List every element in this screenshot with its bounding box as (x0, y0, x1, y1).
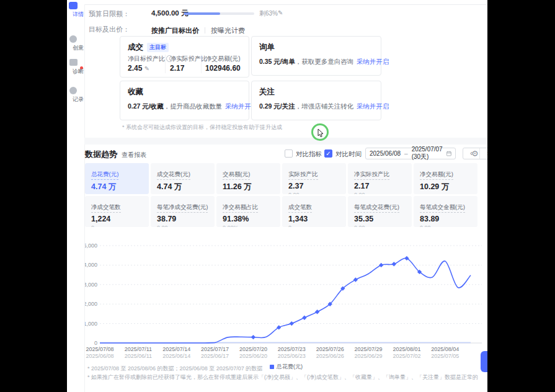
metric-card[interactable]: 成交花费(元)4.74 万0.00 (151, 163, 215, 194)
column-divider (201, 55, 202, 73)
budget-progress-bar (184, 12, 254, 15)
date-separator: – (404, 150, 408, 157)
metric-card[interactable]: 每笔成交金额(元)83.890.00 (414, 196, 477, 227)
svg-text:2025/07/11: 2025/07/11 (125, 346, 152, 352)
compare-metric-label: 对比指标 (296, 150, 322, 159)
metric-card[interactable]: 交易额(元)11.26 万0.00 (216, 163, 280, 194)
budget-amount: 4,500.00 元 (151, 9, 188, 18)
svg-text:2025/06/20: 2025/06/20 (239, 353, 267, 359)
column-divider (165, 55, 166, 73)
svg-text:1,000: 1,000 (85, 321, 97, 327)
legend-label: 总花费(元) (277, 363, 303, 370)
compare-time-checkbox[interactable]: ✓ (324, 149, 332, 158)
date-range-picker[interactable]: 2025/06/08 – 2025/07/07 (30天) (365, 148, 456, 159)
gear-icon[interactable]: ⚙ (471, 149, 479, 158)
goal-desc: ，提升商品收藏数量 (164, 102, 223, 110)
svg-text:0: 0 (94, 340, 97, 346)
svg-text:2025/07/02: 2025/07/02 (393, 353, 420, 359)
metric-card[interactable]: 每笔净成交花费(元)38.790.00 (151, 196, 215, 227)
svg-text:2,000: 2,000 (85, 301, 97, 307)
goal-note: * 系统会尽可能达成你设置的目标，保持稳定投放有助于提升达成 (122, 123, 282, 131)
svg-text:2025/06/11: 2025/06/11 (125, 353, 152, 359)
svg-text:2025/07/08: 2025/07/08 (86, 346, 113, 352)
sidebar-item-label: 创意 (73, 44, 84, 51)
sidebar-item-label: 诊断 (73, 68, 84, 75)
blue-square-icon (69, 2, 78, 9)
edit-budget-icon[interactable]: ✎ (278, 9, 283, 16)
metric-card[interactable]: 净实际投产比2.170.00 (348, 163, 412, 194)
sidebar-item-creative[interactable]: 创意 (67, 35, 84, 53)
primary-goal-badge: 主目标 (147, 43, 169, 52)
svg-text:2025/06/26: 2025/06/26 (316, 353, 344, 359)
goal-desc: ，增强店铺关注转化 (295, 102, 354, 110)
sidebar-item-label: 记录 (73, 96, 84, 103)
metric-card[interactable]: 净成交笔数1,2240 (85, 196, 149, 227)
adopt-enable-link[interactable]: 采纳并开启 (357, 58, 389, 65)
sidebar-item-detail[interactable]: 详情 (67, 2, 84, 19)
svg-text:4,000: 4,000 (85, 262, 97, 268)
metric-card[interactable]: 成交笔数1,3430 (282, 196, 346, 227)
svg-text:2025/07/17: 2025/07/17 (201, 346, 229, 352)
bid-by-goal-option[interactable]: 按推广目标出价 (151, 27, 199, 34)
svg-text:3,000: 3,000 (85, 282, 97, 288)
goal-card-follow: 关注 0.29 元/关注，增强店铺关注转化 采纳并开启 (251, 81, 381, 120)
metric-card[interactable]: 实际投产比2.370.00 (282, 163, 346, 194)
floating-action-pill[interactable] (481, 351, 487, 372)
main-panel: 详情 创意 诊断 记录 预算日限额： 4,500.00 元 剩63% ✎ 目标及… (67, 0, 487, 392)
svg-text:2025/07/23: 2025/07/23 (278, 346, 306, 352)
metric-card[interactable]: 每笔成交花费(元)35.350.00 (348, 196, 412, 227)
svg-text:2025/08/04: 2025/08/04 (431, 346, 459, 352)
date-end: 2025/07/07 (30天) (412, 146, 447, 161)
metric-card[interactable]: 净交易额(元)10.29 万0.00 (414, 163, 477, 194)
metric-grid: 总花费(元)4.74 万0.00 成交花费(元)4.74 万0.00 交易额(元… (85, 163, 477, 227)
svg-text:2025/06/17: 2025/06/17 (201, 353, 229, 359)
bid-by-exposure-option[interactable]: 按曝光计费 (211, 27, 245, 34)
screen: 详情 创意 诊断 记录 预算日限额： 4,500.00 元 剩63% ✎ 目标及… (0, 0, 555, 392)
footnote-periods: * 2025/07/08 至 2025/08/06 的数据；2025/06/08… (87, 365, 262, 373)
svg-text:2025/07/26: 2025/07/26 (316, 346, 344, 352)
svg-text:2025/07/05: 2025/07/05 (431, 353, 459, 359)
view-report-link[interactable]: 查看报表 (122, 151, 146, 159)
top-divider (84, 4, 487, 5)
svg-text:2025/07/14: 2025/07/14 (162, 346, 190, 352)
metric-col-label: 净交易额(元) (205, 55, 241, 63)
mouse-cursor-icon (317, 129, 325, 138)
metric-col-label: 净目标投产比 (128, 55, 165, 62)
bulb-icon (69, 35, 77, 43)
goal-price: 0.27 元/收藏 (128, 102, 164, 110)
trend-line-chart[interactable]: 01,0002,0003,0004,0005,0002025/07/082025… (85, 242, 487, 362)
svg-text:2025/08/01: 2025/08/01 (393, 346, 420, 352)
goal-card-favorite: 收藏 0.27 元/收藏，提升商品收藏数量 采纳并开启 (120, 81, 249, 120)
metric-card[interactable]: 净交易额占比91.38%0.00% (216, 196, 280, 227)
goal-card-title: 询单 (259, 42, 275, 53)
metric-card-total-cost[interactable]: 总花费(元)4.74 万0.00 (85, 163, 149, 194)
budget-label: 预算日限额： (89, 9, 130, 19)
svg-text:2025/06/14: 2025/06/14 (162, 353, 190, 359)
date-start: 2025/06/08 (370, 150, 401, 157)
metric-col-value: 102946.60 (205, 64, 241, 73)
svg-text:2025/06/29: 2025/06/29 (354, 353, 382, 359)
footnote-disclaimer: * 如果推广在暂停或删除前已经获得了曝光，那么在暂停或重建后展示「(净)交易额」… (87, 373, 478, 381)
sidebar-item-diagnose[interactable]: 诊断 (67, 59, 84, 76)
svg-text:5,000: 5,000 (85, 243, 97, 249)
camera-icon (69, 59, 78, 66)
svg-text:2025/06/08: 2025/06/08 (86, 353, 113, 359)
goal-card-inquiry: 询单 0.35 元/询单，获取更多意向咨询 采纳并开启 (251, 36, 381, 76)
goal-card-deal: 成交主目标 净目标投产比i 2.45 ✎ 净实际投产比 2.17 净交易额(元)… (120, 36, 249, 78)
metric-col-value: 2.17 (170, 64, 184, 73)
svg-text:2025/07/20: 2025/07/20 (239, 346, 267, 352)
legend-swatch (270, 365, 274, 369)
metric-col-value: 2.45 (128, 64, 142, 73)
calendar-icon (446, 150, 451, 157)
metric-col-label: 净实际投产比 (170, 55, 207, 63)
svg-text:2025/06/23: 2025/06/23 (278, 353, 306, 359)
option-divider (205, 27, 205, 33)
svg-text:2025/07/29: 2025/07/29 (354, 346, 382, 352)
trend-section-title: 数据趋势 (85, 149, 117, 160)
next-period-button[interactable]: › (480, 148, 487, 159)
edit-roi-icon[interactable]: ✎ (144, 65, 149, 72)
goal-desc: ，获取更多意向咨询 (295, 58, 354, 65)
sidebar-item-record[interactable]: 记录 (67, 87, 84, 104)
compare-metric-checkbox[interactable] (285, 149, 293, 158)
adopt-enable-link[interactable]: 采纳并开启 (357, 102, 389, 110)
